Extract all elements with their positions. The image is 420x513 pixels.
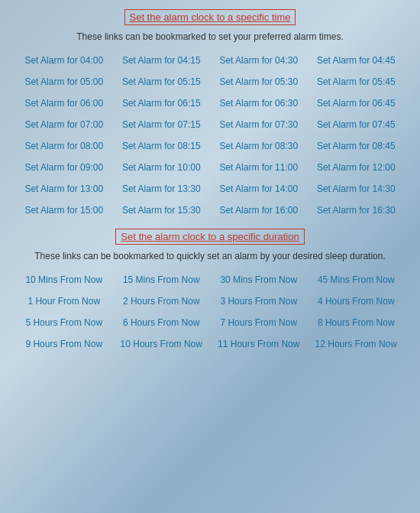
- duration-section-separator: Set the alarm clock to a specific durati…: [15, 229, 405, 245]
- alarm-link-item[interactable]: Set Alarm for 07:15: [113, 114, 211, 135]
- duration-link-item[interactable]: 15 Mins From Now: [113, 269, 211, 291]
- duration-link-item[interactable]: 9 Hours From Now: [15, 333, 113, 355]
- duration-links-grid: 10 Mins From Now15 Mins From Now30 Mins …: [15, 269, 405, 355]
- duration-link-item[interactable]: 1 Hour From Now: [15, 291, 113, 312]
- alarm-link-item[interactable]: Set Alarm for 08:45: [308, 135, 405, 157]
- alarm-link-item[interactable]: Set Alarm for 14:00: [210, 178, 308, 200]
- alarm-link-item[interactable]: Set Alarm for 15:00: [15, 200, 113, 221]
- alarm-link-item[interactable]: Set Alarm for 05:30: [210, 71, 308, 93]
- duration-link-item[interactable]: 8 Hours From Now: [308, 312, 405, 333]
- duration-link-item[interactable]: 6 Hours From Now: [113, 312, 211, 333]
- alarm-link-item[interactable]: Set Alarm for 05:00: [15, 71, 113, 93]
- alarm-link-item[interactable]: Set Alarm for 06:30: [210, 93, 308, 114]
- specific-duration-desc: These links can be bookmarked to quickly…: [15, 251, 405, 261]
- duration-link-item[interactable]: 3 Hours From Now: [210, 291, 308, 312]
- duration-link-item[interactable]: 11 Hours From Now: [210, 333, 308, 355]
- alarm-link-item[interactable]: Set Alarm for 16:30: [308, 200, 405, 221]
- alarm-link-item[interactable]: Set Alarm for 04:45: [308, 50, 405, 71]
- duration-link-item[interactable]: 7 Hours From Now: [210, 312, 308, 333]
- specific-time-header: Set the alarm clock to a specific time: [15, 9, 405, 25]
- alarm-link-item[interactable]: Set Alarm for 06:15: [113, 93, 211, 114]
- duration-link-item[interactable]: 45 Mins From Now: [308, 269, 405, 291]
- alarm-link-item[interactable]: Set Alarm for 05:15: [113, 71, 211, 93]
- alarm-link-item[interactable]: Set Alarm for 09:00: [15, 157, 113, 178]
- alarm-link-item[interactable]: Set Alarm for 04:00: [15, 50, 113, 71]
- alarm-link-item[interactable]: Set Alarm for 05:45: [308, 71, 405, 93]
- alarm-link-item[interactable]: Set Alarm for 06:45: [308, 93, 405, 114]
- alarm-link-item[interactable]: Set Alarm for 04:15: [113, 50, 211, 71]
- specific-time-link[interactable]: Set the alarm clock to a specific time: [124, 9, 296, 25]
- alarm-link-item[interactable]: Set Alarm for 15:30: [113, 200, 211, 221]
- alarm-link-item[interactable]: Set Alarm for 14:30: [308, 178, 405, 200]
- duration-link-item[interactable]: 10 Hours From Now: [113, 333, 211, 355]
- alarm-links-grid: Set Alarm for 04:00Set Alarm for 04:15Se…: [15, 50, 405, 221]
- duration-link-item[interactable]: 12 Hours From Now: [308, 333, 405, 355]
- alarm-link-item[interactable]: Set Alarm for 06:00: [15, 93, 113, 114]
- main-content: Set the alarm clock to a specific time T…: [0, 0, 420, 373]
- alarm-link-item[interactable]: Set Alarm for 08:15: [113, 135, 211, 157]
- specific-duration-header: Set the alarm clock to a specific durati…: [15, 229, 405, 245]
- alarm-link-item[interactable]: Set Alarm for 13:00: [15, 178, 113, 200]
- alarm-link-item[interactable]: Set Alarm for 07:30: [210, 114, 308, 135]
- specific-time-desc: These links can be bookmarked to set you…: [15, 31, 405, 42]
- duration-link-item[interactable]: 2 Hours From Now: [113, 291, 211, 312]
- alarm-link-item[interactable]: Set Alarm for 04:30: [210, 50, 308, 71]
- duration-link-item[interactable]: 10 Mins From Now: [15, 269, 113, 291]
- specific-duration-link[interactable]: Set the alarm clock to a specific durati…: [115, 229, 304, 245]
- duration-link-item[interactable]: 5 Hours From Now: [15, 312, 113, 333]
- duration-link-item[interactable]: 30 Mins From Now: [210, 269, 308, 291]
- alarm-link-item[interactable]: Set Alarm for 12:00: [308, 157, 405, 178]
- alarm-link-item[interactable]: Set Alarm for 08:00: [15, 135, 113, 157]
- alarm-link-item[interactable]: Set Alarm for 08:30: [210, 135, 308, 157]
- alarm-link-item[interactable]: Set Alarm for 13:30: [113, 178, 211, 200]
- alarm-link-item[interactable]: Set Alarm for 07:45: [308, 114, 405, 135]
- alarm-link-item[interactable]: Set Alarm for 11:00: [210, 157, 308, 178]
- duration-link-item[interactable]: 4 Hours From Now: [308, 291, 405, 312]
- alarm-link-item[interactable]: Set Alarm for 16:00: [210, 200, 308, 221]
- alarm-link-item[interactable]: Set Alarm for 07:00: [15, 114, 113, 135]
- alarm-link-item[interactable]: Set Alarm for 10:00: [113, 157, 211, 178]
